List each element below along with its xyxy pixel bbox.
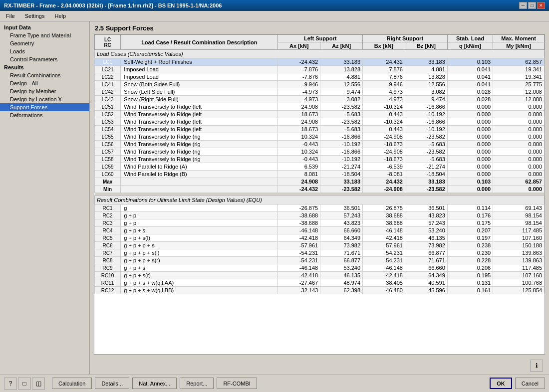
lc-q: 0.103 [447, 178, 493, 186]
rc-id: RC12 [95, 287, 121, 294]
lc-bx: 7.876 [363, 66, 405, 73]
sidebar-section-results: Results [0, 63, 89, 71]
sidebar-item-frame-type[interactable]: Frame Type and Material [0, 31, 89, 39]
lc-description [121, 186, 278, 193]
lc-bx: 24.432 [363, 178, 405, 186]
rc-az: 71.671 [320, 249, 363, 257]
sidebar-item-design-member[interactable]: Design by Member [0, 87, 89, 95]
lc-my: 62.857 [493, 178, 545, 186]
lc-az: -5.683 [320, 126, 363, 133]
rc-bx: 38.405 [363, 279, 405, 287]
lc-bx: -24.908 [363, 186, 405, 193]
lc-my: 12.008 [493, 96, 545, 103]
sidebar-item-result-combinations[interactable]: Result Combinations [0, 71, 89, 79]
calculation-button[interactable]: Calculation [52, 378, 92, 389]
lc-bx: 0.443 [363, 111, 405, 118]
sidebar-item-design-location[interactable]: Design by Location X [0, 95, 89, 103]
lc-my: 0.000 [493, 148, 545, 156]
window-controls: ─ □ ✕ [519, 2, 545, 9]
lc-bx: -10.324 [363, 118, 405, 126]
lc-id: LC60 [95, 171, 121, 178]
sidebar: Input Data Frame Type and Material Geome… [0, 21, 90, 375]
rc-ax: -27.467 [278, 279, 320, 287]
lc-my: 0.000 [493, 111, 545, 118]
help-icon[interactable]: ? [4, 378, 17, 390]
rc-bx: 46.148 [363, 227, 405, 234]
split-icon[interactable]: ◫ [32, 378, 45, 390]
info-icon[interactable]: ℹ [530, 360, 543, 372]
rc-bx: 38.688 [363, 212, 405, 219]
lc-description: Wind Transversely to Ridge (left [121, 111, 278, 118]
table-row: LC41 Snow (Both Sides Full) -9.946 12.55… [95, 81, 545, 88]
details-button[interactable]: Details... [95, 378, 129, 389]
close-button[interactable]: ✕ [537, 2, 545, 9]
menu-settings[interactable]: Settings [21, 12, 49, 20]
lc-q: 0.000 [447, 103, 493, 111]
report-button[interactable]: Report... [180, 378, 214, 389]
lc-description: Imposed Load [121, 66, 278, 73]
lc-description: Wind Transversely to Ridge (left [121, 126, 278, 133]
lc-az: -5.683 [320, 111, 363, 118]
rc-my: 100.768 [493, 279, 545, 287]
lc-bz: -23.582 [405, 133, 447, 141]
table-row: RC3 g + p -38.688 43.823 38.688 57.243 0… [95, 219, 545, 227]
lc-q: 0.000 [447, 141, 493, 148]
lc-id: LC51 [95, 103, 121, 111]
lc-bx: -6.539 [363, 163, 405, 171]
lc-my: 0.000 [493, 118, 545, 126]
table-row: LC22 Imposed Load -7.876 4.881 7.876 13.… [95, 73, 545, 81]
rc-bz: 40.591 [405, 279, 447, 287]
table-container[interactable]: LC RC Load Case / Result Combination Des… [94, 34, 545, 355]
sidebar-item-loads[interactable]: Loads [0, 47, 89, 55]
lc-bx: -24.908 [363, 133, 405, 141]
lc-ax: -4.973 [278, 96, 320, 103]
lc-ax: 10.324 [278, 133, 320, 141]
title-bar: RX-TIMBER - Frame - 2.04.0003 (32bit) - … [0, 0, 549, 11]
lc-description: Snow (Right Side Full) [121, 96, 278, 103]
sidebar-item-support-forces[interactable]: Support Forces [0, 103, 89, 111]
rc-bz: 66.660 [405, 264, 447, 272]
rc-q: 0.207 [447, 227, 493, 234]
table-row: RC9 g + p + s -46.148 53.240 46.148 66.6… [95, 264, 545, 272]
sidebar-item-geometry[interactable]: Geometry [0, 39, 89, 47]
lc-az: 33.183 [320, 58, 363, 66]
lc-ax: -0.443 [278, 156, 320, 163]
lc-my: 0.000 [493, 133, 545, 141]
lc-q: 0.103 [447, 58, 493, 66]
lc-ax: 6.539 [278, 163, 320, 171]
rc-my: 139.863 [493, 249, 545, 257]
ok-button[interactable]: OK [490, 378, 512, 389]
rc-my: 150.188 [493, 242, 545, 249]
menu-help[interactable]: Help [50, 12, 70, 20]
rc-id: RC8 [95, 257, 121, 264]
sidebar-item-deformations[interactable]: Deformations [0, 111, 89, 119]
table-row: LC53 Wind Transversely to Ridge (left 24… [95, 118, 545, 126]
nat-annex-button[interactable]: Nat. Annex... [132, 378, 177, 389]
rc-bx: 46.148 [363, 264, 405, 272]
sidebar-item-control-params[interactable]: Control Parameters [0, 55, 89, 63]
minimize-button[interactable]: ─ [519, 2, 527, 9]
lc-my: 0.000 [493, 126, 545, 133]
lc-ax: -0.443 [278, 141, 320, 148]
rc-bx: 42.418 [363, 272, 405, 279]
lc-id: LC55 [95, 133, 121, 141]
window-icon[interactable]: □ [18, 378, 31, 390]
maximize-button[interactable]: □ [528, 2, 536, 9]
cancel-button[interactable]: Cancel [515, 378, 545, 389]
sidebar-item-design-all[interactable]: Design - All [0, 79, 89, 87]
lc-my: 0.000 [493, 156, 545, 163]
support-forces-table: LC RC Load Case / Result Combination Des… [94, 34, 545, 294]
rc-my: 98.154 [493, 219, 545, 227]
lc-description: Wind Transversely to Ridge (rig [121, 141, 278, 148]
rc-q: 0.131 [447, 279, 493, 287]
col-header-ax: Ax [kN] [278, 42, 320, 50]
rc-ax: -38.688 [278, 219, 320, 227]
rf-combi-button[interactable]: RF-COMBI [217, 378, 257, 389]
lc-q: 0.041 [447, 81, 493, 88]
rc-ax: -46.148 [278, 227, 320, 234]
rc-id: RC10 [95, 272, 121, 279]
rc-bx: 46.480 [363, 287, 405, 294]
lc-my: 0.000 [493, 141, 545, 148]
right-actions: OK Cancel [490, 378, 545, 389]
menu-file[interactable]: File [2, 12, 19, 20]
